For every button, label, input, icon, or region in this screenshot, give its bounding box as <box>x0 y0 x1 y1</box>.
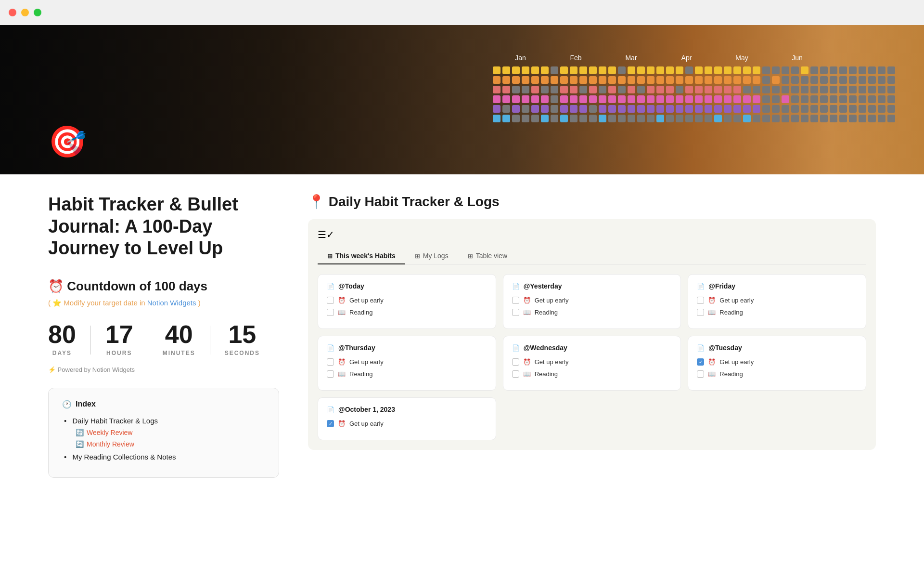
cell[interactable] <box>695 66 703 74</box>
cell[interactable] <box>589 66 597 74</box>
cell[interactable] <box>579 66 587 74</box>
cell[interactable] <box>772 86 780 93</box>
today-habit-2-checkbox[interactable] <box>327 309 334 316</box>
wednesday-habit-2-checkbox[interactable] <box>512 370 519 378</box>
cell[interactable] <box>830 66 837 74</box>
cell[interactable] <box>502 86 510 93</box>
cell[interactable] <box>676 105 683 113</box>
cell[interactable] <box>714 76 722 84</box>
cell[interactable] <box>839 105 847 113</box>
cell[interactable] <box>820 66 828 74</box>
notion-widgets-link[interactable]: Notion Widgets <box>147 299 196 307</box>
cell[interactable] <box>560 66 568 74</box>
cell[interactable] <box>849 95 857 103</box>
cell[interactable] <box>541 66 549 74</box>
tab-table-view[interactable]: ⊞ Table view <box>458 248 517 264</box>
cell[interactable] <box>820 115 828 122</box>
cell[interactable] <box>676 66 683 74</box>
cell[interactable] <box>599 115 606 122</box>
cell[interactable] <box>839 76 847 84</box>
cell[interactable] <box>753 86 760 93</box>
cell[interactable] <box>753 95 760 103</box>
cell[interactable] <box>859 66 866 74</box>
cell[interactable] <box>772 66 780 74</box>
minimize-button[interactable] <box>21 9 29 16</box>
cell[interactable] <box>859 95 866 103</box>
cell[interactable] <box>830 86 837 93</box>
monthly-review-link[interactable]: 🔄 Monthly Review <box>76 440 265 448</box>
cell[interactable] <box>753 105 760 113</box>
cell[interactable] <box>599 105 606 113</box>
cell[interactable] <box>887 66 895 74</box>
cell[interactable] <box>887 105 895 113</box>
cell[interactable] <box>637 105 645 113</box>
today-habit-1-checkbox[interactable] <box>327 297 334 304</box>
cell[interactable] <box>810 66 818 74</box>
cell[interactable] <box>801 105 808 113</box>
cell[interactable] <box>618 105 626 113</box>
cell[interactable] <box>705 76 712 84</box>
cell[interactable] <box>839 115 847 122</box>
cell[interactable] <box>878 115 886 122</box>
cell[interactable] <box>685 76 693 84</box>
cell[interactable] <box>676 86 683 93</box>
cell[interactable] <box>714 95 722 103</box>
cell[interactable] <box>762 66 770 74</box>
cell[interactable] <box>502 115 510 122</box>
cell[interactable] <box>772 105 780 113</box>
cell[interactable] <box>791 115 799 122</box>
cell[interactable] <box>502 66 510 74</box>
cell[interactable] <box>589 105 597 113</box>
cell[interactable] <box>579 76 587 84</box>
cell[interactable] <box>522 95 529 103</box>
daily-habit-link[interactable]: Daily Habit Tracker & Logs <box>72 417 158 425</box>
cell[interactable] <box>714 66 722 74</box>
cell[interactable] <box>560 76 568 84</box>
cell[interactable] <box>551 105 558 113</box>
cell[interactable] <box>859 105 866 113</box>
cell[interactable] <box>512 86 520 93</box>
cell[interactable] <box>522 115 529 122</box>
cell[interactable] <box>830 95 837 103</box>
cell[interactable] <box>801 115 808 122</box>
cell[interactable] <box>859 115 866 122</box>
cell[interactable] <box>512 76 520 84</box>
cell[interactable] <box>820 86 828 93</box>
cell[interactable] <box>782 76 789 84</box>
cell[interactable] <box>502 95 510 103</box>
cell[interactable] <box>733 76 741 84</box>
cell[interactable] <box>656 105 664 113</box>
cell[interactable] <box>666 86 674 93</box>
cell[interactable] <box>849 66 857 74</box>
cell[interactable] <box>695 86 703 93</box>
cell[interactable] <box>772 95 780 103</box>
cell[interactable] <box>560 95 568 103</box>
cell[interactable] <box>743 105 751 113</box>
cell[interactable] <box>522 105 529 113</box>
cell[interactable] <box>666 95 674 103</box>
cell[interactable] <box>589 95 597 103</box>
cell[interactable] <box>570 86 578 93</box>
cell[interactable] <box>733 95 741 103</box>
cell[interactable] <box>762 105 770 113</box>
close-button[interactable] <box>9 9 16 16</box>
cell[interactable] <box>791 66 799 74</box>
friday-habit-2-checkbox[interactable] <box>697 309 704 316</box>
tab-this-weeks-habits[interactable]: ⊞ This week's Habits <box>318 248 405 264</box>
cell[interactable] <box>493 115 500 122</box>
cell[interactable] <box>695 115 703 122</box>
cell[interactable] <box>531 115 539 122</box>
cell[interactable] <box>560 115 568 122</box>
cell[interactable] <box>628 86 635 93</box>
tuesday-habit-1-checkbox[interactable] <box>697 358 704 366</box>
friday-habit-1-checkbox[interactable] <box>697 297 704 304</box>
cell[interactable] <box>551 76 558 84</box>
cell[interactable] <box>762 76 770 84</box>
cell[interactable] <box>868 95 876 103</box>
cell[interactable] <box>830 115 837 122</box>
cell[interactable] <box>695 76 703 84</box>
cell[interactable] <box>570 66 578 74</box>
weekly-review-link[interactable]: 🔄 Weekly Review <box>76 429 265 436</box>
cell[interactable] <box>579 115 587 122</box>
cell[interactable] <box>512 105 520 113</box>
